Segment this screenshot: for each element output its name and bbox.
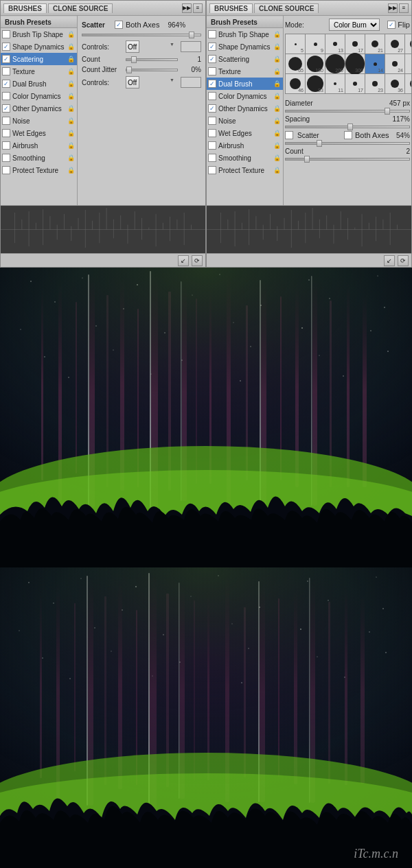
- left-panel-expand[interactable]: ▶▶: [182, 3, 192, 13]
- right-count-slider[interactable]: [285, 158, 410, 161]
- brush-cell-1-4[interactable]: 200: [325, 54, 345, 73]
- right-tab-brushes[interactable]: BRUSHES: [209, 3, 253, 13]
- brush-cell-1-0[interactable]: 35: [405, 34, 411, 54]
- both-axes-checkbox[interactable]: [115, 21, 123, 29]
- brush-cell-2-0[interactable]: 14: [365, 54, 385, 73]
- right-brush-checkbox-4[interactable]: [208, 80, 216, 88]
- count-jitter-slider[interactable]: [126, 69, 178, 71]
- diameter-thumb[interactable]: [385, 108, 390, 115]
- count-slider[interactable]: [126, 58, 178, 61]
- right-brush-checkbox-1[interactable]: [208, 43, 216, 51]
- right-brush-checkbox-5[interactable]: [208, 92, 216, 100]
- right-brush-item-3[interactable]: Texture 🔒: [207, 65, 283, 78]
- right-brush-item-4[interactable]: Dual Brush 🔒: [207, 78, 283, 90]
- brush-cell-1-3[interactable]: 100: [306, 54, 325, 73]
- left-brush-item-5[interactable]: Color Dynamics 🔒: [1, 90, 77, 102]
- brush-cell-1-2[interactable]: 65: [286, 54, 305, 73]
- count-thumb[interactable]: [131, 56, 137, 63]
- left-brush-checkbox-3[interactable]: [2, 67, 10, 75]
- brush-cell-2-5[interactable]: 93: [306, 74, 325, 93]
- left-brush-checkbox-5[interactable]: [2, 92, 10, 100]
- controls-select-1[interactable]: Off: [126, 40, 139, 53]
- left-brush-checkbox-0[interactable]: [2, 30, 10, 38]
- brush-cell-0-3[interactable]: 17: [345, 34, 365, 54]
- left-brush-item-7[interactable]: Noise 🔒: [1, 115, 77, 127]
- right-scatter-slider[interactable]: [285, 142, 410, 145]
- left-brush-checkbox-4[interactable]: [2, 80, 10, 88]
- left-brush-checkbox-6[interactable]: [2, 104, 10, 113]
- left-brush-item-1[interactable]: Shape Dynamics 🔒: [1, 40, 77, 53]
- left-brush-item-2[interactable]: Scattering 🔒: [1, 53, 77, 65]
- brush-cell-0-4[interactable]: 21: [365, 34, 385, 54]
- brush-cell-0-0[interactable]: 5: [286, 34, 305, 54]
- flip-checkbox[interactable]: [387, 21, 396, 29]
- left-brush-item-9[interactable]: Airbrush 🔒: [1, 139, 77, 152]
- scatter-slider[interactable]: [82, 34, 201, 36]
- brush-cell-3-3[interactable]: 36: [385, 74, 404, 93]
- right-brush-item-8[interactable]: Wet Edges 🔒: [207, 127, 283, 139]
- left-brush-checkbox-1[interactable]: [2, 43, 10, 51]
- right-brush-item-11[interactable]: Protect Texture 🔒: [207, 164, 283, 176]
- brush-cell-0-2[interactable]: 13: [325, 34, 345, 54]
- right-count-thumb[interactable]: [304, 156, 310, 163]
- right-brush-checkbox-10[interactable]: [208, 154, 216, 162]
- left-brush-checkbox-11[interactable]: [2, 166, 10, 174]
- left-brush-item-10[interactable]: Smoothing 🔒: [1, 152, 77, 164]
- left-brush-checkbox-9[interactable]: [2, 141, 10, 150]
- left-brush-item-0[interactable]: Brush Tip Shape 🔒: [1, 28, 77, 40]
- brush-cell-3-0[interactable]: 11: [325, 74, 345, 93]
- right-panel-menu[interactable]: ≡: [399, 3, 409, 13]
- brush-cell-0-1[interactable]: 9: [306, 34, 325, 54]
- right-brush-item-6[interactable]: Other Dynamics 🔒: [207, 102, 283, 115]
- right-brush-item-9[interactable]: Airbrush 🔒: [207, 139, 283, 152]
- right-brush-item-7[interactable]: Noise 🔒: [207, 115, 283, 127]
- right-scatter-checkbox[interactable]: [285, 131, 293, 139]
- right-tab-clone-source[interactable]: CLONE SOURCE: [254, 3, 319, 13]
- scatter-thumb[interactable]: [189, 32, 194, 38]
- left-brush-item-6[interactable]: Other Dynamics 🔒: [1, 102, 77, 115]
- brush-cell-3-1[interactable]: 17: [345, 74, 365, 93]
- right-panel-expand[interactable]: ▶▶: [388, 3, 398, 13]
- brush-cell-2-2[interactable]: 27: [405, 54, 411, 73]
- mode-select[interactable]: Color Burn: [329, 19, 380, 31]
- brush-cell-3-2[interactable]: 23: [365, 74, 385, 93]
- right-brush-checkbox-9[interactable]: [208, 141, 216, 150]
- brush-cell-2-4[interactable]: 46: [286, 74, 305, 93]
- right-brush-item-1[interactable]: Shape Dynamics 🔒: [207, 40, 283, 53]
- left-brush-checkbox-7[interactable]: [2, 117, 10, 125]
- right-brush-item-5[interactable]: Color Dynamics 🔒: [207, 90, 283, 102]
- brush-cell-1-5[interactable]: 300: [345, 54, 365, 73]
- left-brush-item-3[interactable]: Texture 🔒: [1, 65, 77, 78]
- left-brush-item-4[interactable]: Dual Brush 🔒: [1, 78, 77, 90]
- right-scatter-thumb[interactable]: [317, 140, 322, 147]
- right-brush-checkbox-8[interactable]: [208, 129, 216, 137]
- diameter-slider[interactable]: [285, 110, 410, 113]
- left-tab-clone-source[interactable]: CLONE SOURCE: [48, 3, 113, 13]
- left-brush-item-11[interactable]: Protect Texture 🔒: [1, 164, 77, 176]
- left-tab-brushes[interactable]: BRUSHES: [3, 3, 47, 13]
- left-brush-checkbox-2[interactable]: [2, 55, 10, 63]
- right-brush-checkbox-0[interactable]: [208, 30, 216, 38]
- right-both-axes-checkbox[interactable]: [344, 131, 352, 139]
- left-brush-checkbox-10[interactable]: [2, 154, 10, 162]
- controls-select-2[interactable]: Off: [126, 76, 139, 89]
- left-footer-btn-2[interactable]: ⟳: [192, 255, 203, 266]
- right-brush-item-0[interactable]: Brush Tip Shape 🔒: [207, 28, 283, 40]
- brush-cell-0-5[interactable]: 27: [385, 34, 404, 54]
- right-brush-checkbox-2[interactable]: [208, 55, 216, 63]
- brush-cell-2-1[interactable]: 24: [385, 54, 404, 73]
- right-brush-checkbox-3[interactable]: [208, 67, 216, 75]
- brush-cell-3-4[interactable]: 44: [405, 74, 411, 93]
- spacing-slider[interactable]: [285, 126, 410, 128]
- right-brush-checkbox-7[interactable]: [208, 117, 216, 125]
- left-footer-btn-1[interactable]: ↙: [178, 255, 189, 266]
- left-brush-checkbox-8[interactable]: [2, 129, 10, 137]
- right-brush-checkbox-6[interactable]: [208, 104, 216, 113]
- left-panel-menu[interactable]: ≡: [193, 3, 203, 13]
- count-jitter-thumb[interactable]: [126, 67, 132, 73]
- right-footer-btn-1[interactable]: ↙: [384, 255, 395, 266]
- right-brush-item-10[interactable]: Smoothing 🔒: [207, 152, 283, 164]
- right-brush-item-2[interactable]: Scattering 🔒: [207, 53, 283, 65]
- spacing-thumb[interactable]: [347, 124, 353, 130]
- left-brush-item-8[interactable]: Wet Edges 🔒: [1, 127, 77, 139]
